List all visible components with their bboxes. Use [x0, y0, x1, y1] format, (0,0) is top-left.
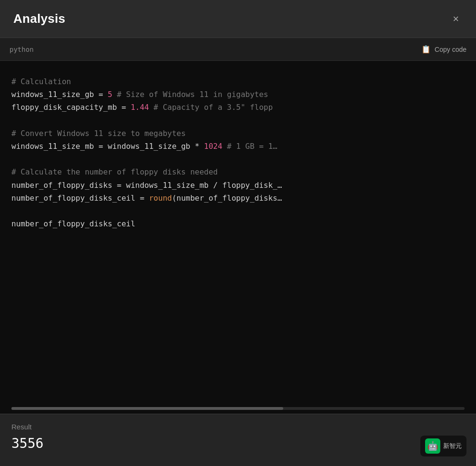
code-block: # Calculation windows_11_size_gb = 5 # S… — [11, 75, 465, 230]
copy-code-button[interactable]: 📋 Copy code — [421, 45, 466, 54]
watermark-text: 新智元 — [443, 442, 462, 450]
code-line-empty-3 — [11, 204, 465, 217]
scrollbar-thumb — [11, 407, 283, 410]
code-line-4: # Convert Windows 11 size to megabytes — [11, 127, 465, 140]
code-toolbar: python 📋 Copy code — [0, 38, 476, 61]
code-line-9: number_of_floppy_disks_ceil — [11, 217, 465, 230]
code-body: # Calculation windows_11_size_gb = 5 # S… — [0, 61, 476, 414]
result-panel: Result 3556 🤖 新智元 — [0, 414, 476, 466]
copy-label: Copy code — [435, 46, 466, 53]
close-button[interactable]: × — [449, 12, 463, 26]
modal-title: Analysis — [13, 11, 65, 26]
clipboard-icon: 📋 — [421, 45, 431, 54]
comment-calculation: # Calculation — [11, 77, 71, 86]
code-line-empty-1 — [11, 114, 465, 127]
watermark-icon: 🤖 — [425, 438, 440, 454]
code-line-5: windows_11_size_mb = windows_11_size_gb … — [11, 140, 465, 153]
result-value: 3556 — [11, 436, 465, 451]
result-label: Result — [11, 423, 465, 431]
code-line-7: number_of_floppy_disks = windows_11_size… — [11, 179, 465, 192]
code-line-2: windows_11_size_gb = 5 # Size of Windows… — [11, 88, 465, 101]
code-line-6: # Calculate the number of floppy disks n… — [11, 165, 465, 178]
language-label: python — [10, 46, 34, 53]
code-line-8: number_of_floppy_disks_ceil = round(numb… — [11, 192, 465, 204]
modal-header: Analysis × — [0, 0, 476, 38]
code-container: python 📋 Copy code # Calculation windows… — [0, 38, 476, 414]
code-line-3: floppy_disk_capacity_mb = 1.44 # Capacit… — [11, 101, 465, 114]
modal-overlay: Analysis × python 📋 Copy code # Calculat… — [0, 0, 476, 466]
code-line-1: # Calculation — [11, 75, 465, 88]
code-line-empty-2 — [11, 153, 465, 165]
watermark: 🤖 新智元 — [420, 436, 466, 456]
horizontal-scrollbar[interactable] — [11, 407, 465, 410]
